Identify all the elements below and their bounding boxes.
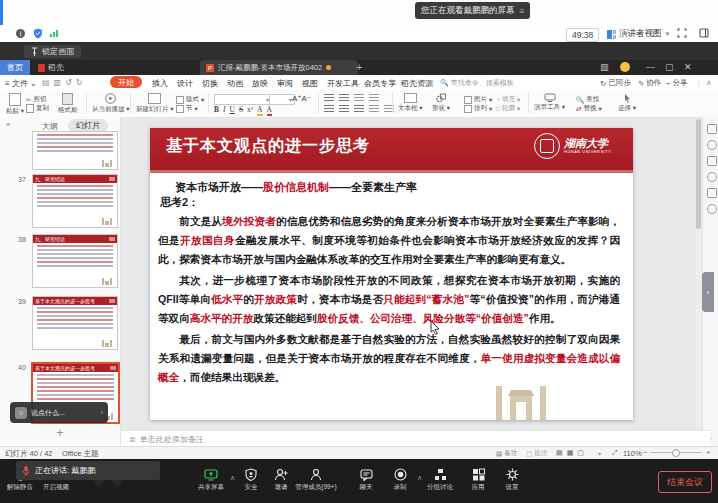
font-grow-shrink[interactable]: A⁺A⁻ [292,94,311,103]
file-menu[interactable]: ≡ 文件 ⌄ [5,78,37,89]
collapse-panel-icon[interactable]: « [6,120,10,129]
sidebar-icon-settings[interactable] [707,204,717,214]
quick-access-toolbar[interactable]: ▤▥↺↻ [42,78,87,87]
align-right-button[interactable] [354,105,364,112]
copy-button[interactable]: 复制 [26,104,49,113]
replace-button[interactable]: ⇄ 替换 ▾ [576,104,602,113]
new-tab-button[interactable]: + [356,61,362,73]
window-maximize-button[interactable]: ▢ [665,62,674,72]
sync-status[interactable]: ↻已同步 [600,78,631,88]
sidebar-icon-animation[interactable] [707,140,717,150]
collapse-ribbon-icon[interactable]: ∧ [706,78,712,87]
align-left-button[interactable] [324,105,334,112]
meeting-caption-input[interactable]: ☺ 说点什么... ‹ [10,402,108,423]
format-painter-button[interactable]: 格式刷 [58,93,78,115]
slide-thumbnail-39[interactable]: 基于本文观点的进一步思考 [32,296,118,350]
menu-tab-insert[interactable]: 插入 [152,78,168,89]
command-search-box[interactable]: 🔍 查找命令、搜索模板 [440,78,514,88]
bullet-list-button[interactable] [324,94,334,101]
indent-decrease-button[interactable] [354,94,364,101]
chevron-left-icon[interactable]: ‹ [101,409,103,416]
settings-button[interactable]: 设置 [490,468,534,492]
menu-tab-member[interactable]: 会员专享 [364,78,396,89]
new-slide-button[interactable]: 新建幻灯片 ▾ [136,93,174,114]
sidebar-icon-properties[interactable] [707,124,717,134]
indent-increase-button[interactable] [369,94,379,101]
font-color-button[interactable]: A [267,105,272,116]
sidebar-icon-design[interactable] [707,156,717,166]
arrange-button[interactable]: 排列 ▾ [464,104,492,113]
share-screen-button[interactable]: 共享屏幕 [189,468,233,492]
select-button[interactable]: 选择 ▾ [618,93,636,113]
more-menu-icon[interactable]: ⋮ [695,78,703,87]
end-meeting-button[interactable]: 结束会议 [658,471,712,493]
slide-thumbnail-38[interactable]: 九、研究结论 [32,234,118,288]
slide-sorter-icon[interactable]: ▦ [567,449,574,457]
sidebar-icon-media[interactable] [707,188,717,198]
sidebar-collapse-handle[interactable]: ‹ [702,272,714,312]
underline-button[interactable]: U [230,105,235,116]
menu-tab-review[interactable]: 审阅 [277,78,293,89]
notes-toggle[interactable]: ▤ 备注 [496,449,517,458]
align-center-button[interactable] [339,105,349,112]
pin-screen-button[interactable]: 锁定画面 [24,45,81,58]
comments-toggle[interactable]: ▢ 批注 [526,449,547,458]
notes-bar[interactable]: ≣ 单击此处添加备注 [121,430,710,447]
cut-button[interactable]: ✂ 剪切 [26,95,46,104]
security-shield-icon[interactable] [33,28,43,39]
side-panel-toggle-icon[interactable] [699,28,709,38]
share-button[interactable]: ⌁分享 [666,78,688,88]
superscript-button[interactable]: x² [247,105,253,116]
meeting-info-icon[interactable]: i [16,29,25,38]
fill-button[interactable]: ◔ 填充 ▾ [496,95,520,104]
slide-thumbnail-partial[interactable] [32,131,118,170]
menu-tab-docer-res[interactable]: 稻壳资源 [401,78,433,89]
sidebar-icon-clock[interactable] [707,172,717,182]
menu-tab-start[interactable]: 开始 [110,76,142,88]
outline-button[interactable]: □ 轮廓 ▾ [496,104,520,113]
zoom-in-button[interactable]: + [706,448,711,457]
view-dropdown-icon[interactable]: ▾ [598,450,601,457]
justify-button[interactable] [369,105,379,112]
window-close-button[interactable]: ✕ [684,62,692,72]
textbox-button[interactable]: 文本框 ▾ [398,93,423,113]
bold-button[interactable]: B [214,105,219,116]
slide-thumbnail-37[interactable]: 九、研究结论 [32,174,118,228]
layout-button[interactable]: 版式 ▾ [176,95,204,104]
paste-button[interactable]: 粘贴 ▾ [6,93,24,116]
wps-avatar[interactable] [620,62,630,72]
record-button[interactable]: 录制 [378,468,422,492]
window-minimize-button[interactable]: — [646,62,655,72]
strikethrough-button[interactable]: S [239,105,243,116]
wps-home-tab[interactable]: 首页 [0,60,30,75]
numbered-list-button[interactable] [339,94,349,101]
fullscreen-icon[interactable] [677,28,687,38]
wps-document-tab[interactable]: P 汇报-戴鹏鹏-资本市场开放0402 [200,60,358,75]
normal-view-icon[interactable]: ▤ [556,449,563,457]
menu-tab-transition[interactable]: 切换 [202,78,218,89]
italic-button[interactable]: I [223,105,226,116]
font-name-select[interactable]: ▾ [214,94,272,105]
manage-members-button[interactable]: 管理成员(99+) [288,468,344,492]
zoom-slider-knob[interactable] [672,449,680,457]
reading-layout-icon[interactable]: ▥ [600,62,609,72]
menu-tab-devtools[interactable]: 开发工具 [327,78,359,89]
wps-docer-tab[interactable]: 稻壳 [30,60,72,75]
menu-tab-slideshow[interactable]: 放映 [252,78,268,89]
tooltip-menu-icon[interactable]: ≡ [520,6,525,16]
present-tools-button[interactable]: 演示工具 ▾ [534,93,565,112]
zoom-percent[interactable]: 110% [623,449,642,458]
highlight-color-button[interactable]: A [257,105,262,116]
network-signal-icon[interactable] [50,30,58,37]
view-mode-dropdown[interactable]: 演讲者视图 ▼ [607,28,670,40]
fit-slide-icon[interactable]: ⤢ [612,449,618,457]
reading-view-icon[interactable]: ▢ [577,449,584,457]
picture-button[interactable]: 图片 ▾ [464,95,492,104]
menu-tab-view[interactable]: 视图 [302,78,318,89]
play-from-current-button[interactable]: 从当前播放 ▾ [92,93,130,114]
add-slide-button[interactable]: + [50,426,70,440]
shape-button[interactable]: 形状 ▾ [432,93,450,113]
zoom-out-button[interactable]: − [643,448,648,457]
canvas-scrollbar-thumb[interactable] [696,119,701,229]
find-button[interactable]: 🔍 查找 [576,95,599,104]
